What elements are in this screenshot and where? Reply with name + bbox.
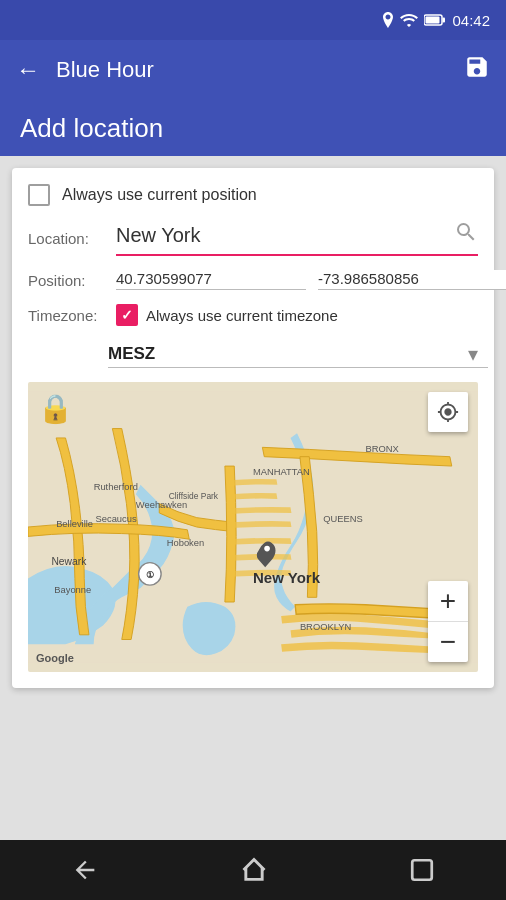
map-svg: Newark New York QUEENS MANHATTAN BRONX B… [28,382,478,672]
location-label: Location: [28,230,108,247]
timezone-row: Timezone: Always use current timezone [28,304,478,326]
svg-rect-20 [413,860,433,880]
back-button[interactable]: ← [16,56,40,84]
page-title-bar: Add location [0,100,506,156]
always-current-timezone-label: Always use current timezone [146,307,338,324]
map-container: Newark New York QUEENS MANHATTAN BRONX B… [28,382,478,672]
svg-text:Hoboken: Hoboken [167,538,204,548]
google-logo: Google [36,652,74,664]
map-lock-icon: 🔒 [38,392,73,425]
timezone-select[interactable]: MESZ EST UTC PST CST [108,340,488,368]
location-pin-icon [382,12,394,28]
toolbar-title: Blue Hour [56,57,154,83]
svg-text:Cliffside Park: Cliffside Park [169,491,219,501]
page-title: Add location [20,113,163,144]
svg-text:Bayonne: Bayonne [54,585,91,595]
latitude-input[interactable] [116,270,306,290]
svg-text:BRONX: BRONX [366,444,400,454]
map-zoom-controls: + − [428,581,468,662]
svg-text:MANHATTAN: MANHATTAN [253,467,310,477]
svg-rect-1 [443,18,446,23]
search-icon[interactable] [454,220,478,250]
wifi-icon [400,13,418,27]
svg-text:BROOKLYN: BROOKLYN [300,622,351,632]
svg-text:New York: New York [253,569,321,586]
location-input-wrapper [116,220,478,256]
position-inputs [116,270,506,290]
zoom-out-button[interactable]: − [428,622,468,662]
timezone-label: Timezone: [28,307,108,324]
current-location-button[interactable] [428,392,468,432]
longitude-input[interactable] [318,270,506,290]
content-card: Always use current position Location: Po… [12,168,494,688]
status-time: 04:42 [452,12,490,29]
svg-text:Rutherford: Rutherford [94,482,138,492]
battery-icon [424,14,446,26]
toolbar: ← Blue Hour [0,40,506,100]
save-button[interactable] [464,54,490,86]
always-current-position-label: Always use current position [62,186,257,204]
location-input[interactable] [116,224,446,247]
position-row: Position: [28,270,478,290]
always-current-position-row[interactable]: Always use current position [28,184,478,206]
zoom-in-button[interactable]: + [428,581,468,621]
svg-text:Newark: Newark [51,556,87,567]
save-icon [464,54,490,80]
navigation-bar [0,840,506,900]
always-current-timezone-checkbox[interactable] [116,304,138,326]
nav-home-button[interactable] [240,856,268,884]
svg-text:①: ① [146,570,154,580]
always-current-position-checkbox[interactable] [28,184,50,206]
svg-text:Secaucus: Secaucus [96,514,137,524]
nav-back-button[interactable] [71,856,99,884]
toolbar-left: ← Blue Hour [16,56,154,84]
status-icons: 04:42 [382,12,490,29]
svg-rect-2 [426,17,440,24]
nav-recents-button[interactable] [409,857,435,883]
svg-point-19 [264,546,270,552]
timezone-dropdown-row: MESZ EST UTC PST CST ▾ [28,340,478,368]
status-bar: 04:42 [0,0,506,40]
svg-text:Belleville: Belleville [56,519,93,529]
location-row: Location: [28,220,478,256]
position-label: Position: [28,272,108,289]
svg-text:Weehawken: Weehawken [136,500,187,510]
svg-text:QUEENS: QUEENS [323,514,363,524]
